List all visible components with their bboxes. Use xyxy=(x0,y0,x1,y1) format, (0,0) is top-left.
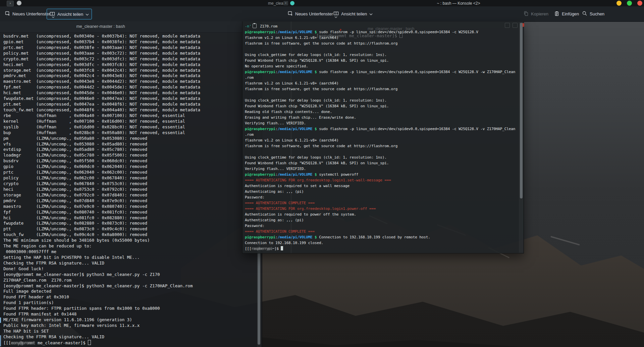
new-tab-label: Neues Unterfenster xyxy=(295,11,333,16)
terminal-line: kernel (Huffman , 0x007100 - 0x016d00): … xyxy=(3,119,200,124)
search-button[interactable]: Suchen xyxy=(579,9,607,19)
terminal-line: Using clock_gettime for delay loops (clk… xyxy=(245,52,515,58)
toolbar: Neues Unterfenster Ansicht teilen Neues … xyxy=(0,6,644,22)
view-detach-icon[interactable] xyxy=(505,23,510,28)
terminal-line: vfs (LZMA/uncomp., 0x053080 - 0x05ad80):… xyxy=(3,141,200,147)
pane-plus-icon xyxy=(287,11,293,17)
terminal-line: hci.met (uncompressed, 0x0045de - 0x0046… xyxy=(3,90,200,96)
terminal-line: flashrom is free software, get the sourc… xyxy=(245,86,515,92)
terminal-line: [eony@prommt me_cleaner-master]$ python3… xyxy=(3,283,200,289)
terminal-line: pm (LZMA/uncomp., 0x050a80 - 0x053080): … xyxy=(3,136,200,141)
right-terminal-window[interactable]: me_cleaner-master : bash [eony@prommt me… xyxy=(242,21,524,253)
terminal-line: heci (LZMA/uncomp., 0x0753c0 - 0x0792c0)… xyxy=(3,187,200,192)
terminal-line: pi@raspberrypi:/media/pi/VOLUME $ sudo f… xyxy=(245,29,515,35)
terminal-line: pmdrv.met (uncompressed, 0x0042c4 - 0x00… xyxy=(3,73,200,79)
terminal-line: crypto (LZMA/uncomp., 0x067840 - 0x0753c… xyxy=(3,181,200,187)
left-terminal-window[interactable]: busdrv.met (uncompressed, 0x00340e - 0x0… xyxy=(0,32,262,347)
panel-arrow-icon[interactable]: › xyxy=(7,1,14,6)
terminal-line: hci (LZMA/uncomp., 0x081fc0 - 0x082880):… xyxy=(3,215,200,221)
terminal-line: policy.met (uncompressed, 0x003aae - 0x0… xyxy=(3,51,200,56)
terminal-line: -n' Z170.rom xyxy=(245,23,515,29)
pane-plus-icon xyxy=(5,11,10,17)
terminal-line xyxy=(245,46,515,52)
background-tab-label[interactable]: me_clea xyxy=(268,1,283,6)
chevron-down-icon xyxy=(369,11,373,16)
terminal-line: Reading old flash chip contents... done. xyxy=(245,109,515,115)
right-terminal-output: -n' Z170.rompi@raspberrypi:/media/pi/VOL… xyxy=(245,23,515,251)
chevron-down-icon xyxy=(86,12,89,17)
terminal-line: Found FTPR manifest at 0x1448 xyxy=(3,311,200,317)
split-view-label: Ansicht teilen xyxy=(57,12,83,17)
terminal-line: Verifying flash... VERIFIED. xyxy=(245,120,515,126)
terminal-line: Connection to 192.168.10.199 closed. xyxy=(245,240,515,246)
close-button[interactable] xyxy=(637,1,642,6)
tab-expand-icon[interactable]: › xyxy=(283,1,288,5)
terminal-cursor xyxy=(88,340,91,345)
copy-button[interactable]: Kopieren xyxy=(521,9,551,19)
copy-label: Kopieren xyxy=(531,11,548,16)
terminal-line: Done! Good luck! xyxy=(3,266,200,272)
terminal-line: Using clock_gettime for delay loops (clk… xyxy=(245,98,515,103)
terminal-line: Found 1 partition(s) xyxy=(3,300,200,306)
terminal-line: storage.met (uncompressed, 0x003fc8 - 0x… xyxy=(3,68,200,73)
split-view-label: Ansicht teilen xyxy=(341,11,367,16)
terminal-line: Checking the FTPR RSA signature... VALID xyxy=(3,261,200,266)
left-window-tabbar[interactable]: me_cleaner-master : bash xyxy=(0,21,262,33)
terminal-line: ==== AUTHENTICATING FOR org.freedesktop.… xyxy=(245,206,515,212)
terminal-line: flashrom is free software, get the sourc… xyxy=(245,41,515,46)
maximize-button[interactable] xyxy=(627,1,632,6)
split-columns-icon xyxy=(50,11,55,17)
terminal-line: Public key match: Intel ME, firmware ver… xyxy=(3,323,200,329)
terminal-line: flashrom is free software, get the sourc… xyxy=(245,143,515,149)
magnifier-icon xyxy=(582,11,587,17)
terminal-line: maestro (LZMA/uncomp., 0x07e9c0 - 0x0807… xyxy=(3,204,200,210)
selection-marker xyxy=(0,317,1,323)
terminal-line: flashrom v1.2 on Linux 6.1.21-v8+ (aarch… xyxy=(245,137,515,143)
titlebar[interactable]: › me_clea › ~ : bash — Konsole <2> xyxy=(0,0,644,6)
left-tab-title[interactable]: me_cleaner-master : bash xyxy=(76,24,125,29)
terminal-line: pi@raspberrypi:/media/pi/VOLUME $ sudo f… xyxy=(245,69,515,75)
terminal-line: touch_fw.met (uncompressed, 0x0048f6 - 0… xyxy=(3,107,200,113)
terminal-line: Checking the FTPR RSA signature... VALID xyxy=(3,334,200,340)
terminal-line: loadmgr (LZMA/uncomp., 0x05c780 - 0x05f5… xyxy=(3,153,200,158)
window-title: ~ : bash — Konsole <2> xyxy=(437,1,480,6)
terminal-line xyxy=(245,149,515,155)
terminal-line: Authenticating as: ,,, (pi) xyxy=(245,189,515,194)
paste-button[interactable]: Einfügen xyxy=(551,9,582,19)
terminal-line: Authentication is required to set a wall… xyxy=(245,183,515,189)
terminal-line: pmdrv (LZMA/uncomp., 0x07d840 - 0x07e9c0… xyxy=(3,198,200,204)
terminal-line: Full image detected xyxy=(3,289,200,294)
terminal-line: The ME region can be reduced up to: xyxy=(3,243,200,249)
terminal-line: Authentication is required to power off … xyxy=(245,212,515,217)
split-view-button-right[interactable]: Ansicht teilen xyxy=(331,9,375,19)
terminal-line: 00003000:00057fff me xyxy=(3,249,200,255)
new-tab-label: Neues Unterfenster xyxy=(12,11,50,16)
terminal-line: prtc.met (uncompressed, 0x0038fe - 0x003… xyxy=(3,45,200,51)
terminal-line: policy (LZMA/uncomp., 0x062c00 - 0x06784… xyxy=(3,175,200,181)
split-view-button-left[interactable]: Ansicht teilen xyxy=(47,9,92,19)
panel-circle-icon[interactable] xyxy=(17,1,21,5)
desktop: › me_clea › ~ : bash — Konsole <2> Neues… xyxy=(0,0,644,347)
clipboard-icon xyxy=(554,11,559,17)
search-label: Suchen xyxy=(590,11,604,16)
terminal-line: Z170HAP_Clean.rom Z170.rom xyxy=(3,278,200,283)
right-scrollbar-thumb[interactable] xyxy=(520,23,523,198)
terminal-line: Erasing and writing flash chip... Erase/… xyxy=(245,115,515,120)
minimize-button[interactable] xyxy=(616,1,622,6)
terminal-line: Found Winbond flash chip "W25Q128.V" (16… xyxy=(245,103,515,109)
terminal-line: gpio (LZMA/uncomp., 0x060dc0 - 0x062040)… xyxy=(3,164,200,170)
terminal-line: fpf.met (uncompressed, 0x0044d2 - 0x0045… xyxy=(3,84,200,90)
terminal-line xyxy=(245,92,515,98)
view-detach-icon[interactable] xyxy=(513,23,518,28)
tab-status-dot[interactable] xyxy=(290,1,294,5)
terminal-line: ME/TXE firmware version 11.6.10.1196 (ge… xyxy=(3,317,200,323)
terminal-line: flashrom v1.2 on Linux 6.1.21-v8+ (aarch… xyxy=(245,80,515,86)
terminal-line: gpio.met (uncompressed, 0x0037b4 - 0x003… xyxy=(3,39,200,45)
terminal-line: maestro.met (uncompressed, 0x0043e8 - 0x… xyxy=(3,79,200,84)
terminal-line: pi@raspberrypi:/media/pi/VOLUME $ sudo f… xyxy=(245,126,515,132)
terminal-line: busdrv.met (uncompressed, 0x00340e - 0x0… xyxy=(3,34,200,39)
terminal-line: [[[raspberrypi~]$ xyxy=(245,246,515,251)
terminal-line: The HAP bit is SET xyxy=(3,329,200,334)
terminal-line: ptt.met (uncompressed, 0x0047ea - 0x0048… xyxy=(3,102,200,107)
terminal-line: Verifying flash... VERIFIED. xyxy=(245,166,515,172)
